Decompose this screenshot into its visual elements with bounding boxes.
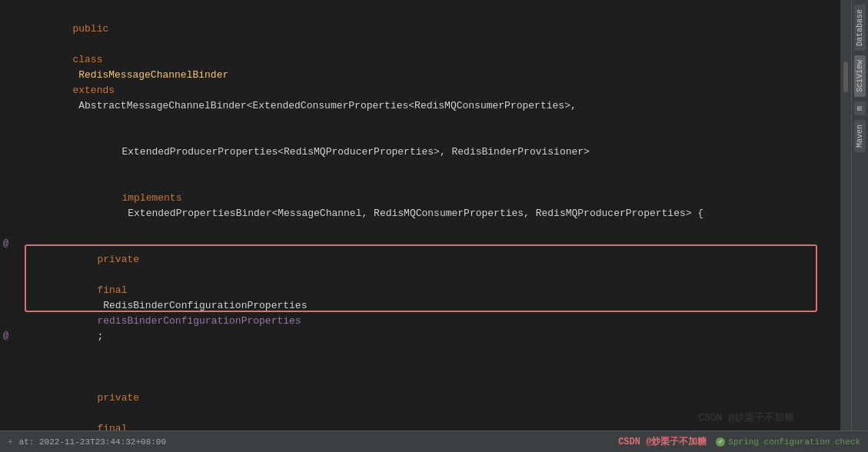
check-icon: ✓ [716,437,725,447]
sidebar-tab-sciview[interactable]: SciView [854,55,866,97]
code-line-2: ExtendedProducerProperties<RedisMQProduc… [18,129,840,175]
sidebar-tab-maven[interactable]: Maven [854,120,866,152]
spring-check: ✓ Spring configuration check [716,437,860,447]
code-line-5 [18,360,840,375]
csdn-watermark: CSDN @炒栗子不加糖 [618,435,707,448]
vertical-scrollbar[interactable] [840,0,851,430]
override-icon-1: @ [3,238,8,249]
editor-container: @ @ public class RedisMessageChannelBind… [0,0,868,430]
code-line-4: private final RedisBinderConfigurationPr… [18,237,840,360]
status-bar-right: CSDN @炒栗子不加糖 ✓ Spring configuration chec… [618,435,860,448]
override-icon-2: @ [3,331,8,341]
code-editor: public class RedisMessageChannelBinder e… [18,0,840,430]
code-line-1: public class RedisMessageChannelBinder e… [18,6,840,129]
add-icon: + [8,437,13,447]
left-gutter: @ @ [0,0,18,430]
spring-check-label: Spring configuration check [728,437,860,447]
scrollbar-thumb[interactable] [843,61,848,92]
right-sidebar: Database SciView m Maven [851,0,868,430]
sidebar-tab-m[interactable]: m [854,101,866,115]
code-line-6: private final RedisMQExtendedBindingProp… [18,375,840,430]
status-bar: + at: 2022-11-23T23:44:32+08:00 CSDN @炒栗… [0,430,868,452]
status-bar-left: + at: 2022-11-23T23:44:32+08:00 [8,437,166,447]
sidebar-tab-database[interactable]: Database [854,5,866,51]
code-line-3: implements ExtendedPropertiesBinder<Mess… [18,175,840,237]
status-timestamp: at: 2022-11-23T23:44:32+08:00 [19,437,166,447]
